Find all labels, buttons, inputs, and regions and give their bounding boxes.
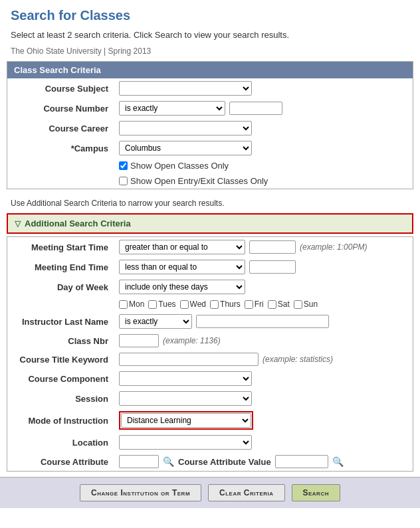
course-attribute-value-search-icon[interactable]: 🔍: [332, 456, 344, 467]
sun-day-item[interactable]: Sun: [294, 300, 318, 309]
fri-checkbox[interactable]: [245, 300, 253, 309]
session-select[interactable]: [119, 391, 252, 406]
tues-checkbox[interactable]: [148, 300, 157, 309]
instructor-last-name-input[interactable]: [196, 315, 329, 328]
course-subject-select[interactable]: [119, 81, 252, 96]
course-career-select[interactable]: [119, 121, 252, 135]
day-of-week-operator[interactable]: include only these days include any of t…: [119, 280, 245, 294]
campus-label: *Campus: [7, 138, 114, 158]
sun-label: Sun: [304, 300, 318, 309]
course-component-label: Course Component: [7, 369, 114, 389]
wed-checkbox[interactable]: [180, 300, 189, 309]
meeting-end-time-label: Meeting End Time: [7, 257, 114, 277]
fri-day-item[interactable]: Fri: [245, 300, 264, 309]
change-institution-button[interactable]: Change Institution or Term: [80, 484, 201, 501]
class-nbr-example: (example: 1136): [163, 336, 221, 345]
mode-of-instruction-label: Mode of Instruction: [7, 408, 114, 432]
meeting-start-time-operator[interactable]: greater than or equal to less than or eq…: [119, 240, 245, 254]
session-label: Session: [7, 389, 114, 408]
instructor-last-name-label: Instructor Last Name: [7, 311, 114, 331]
additional-criteria-header-label: Additional Search Criteria: [25, 219, 131, 228]
page-title: Search for Classes: [0, 0, 420, 26]
fri-label: Fri: [255, 300, 264, 309]
show-open-entry-text: Show Open Entry/Exit Classes Only: [130, 176, 268, 186]
show-open-classes-label[interactable]: Show Open Classes Only: [119, 161, 407, 171]
search-button[interactable]: Search: [292, 484, 340, 501]
wed-label: Wed: [190, 300, 206, 309]
meeting-end-time-input[interactable]: [249, 260, 296, 274]
institution-line: The Ohio State University | Spring 2013: [0, 44, 420, 61]
show-open-entry-label[interactable]: Show Open Entry/Exit Classes Only: [119, 176, 407, 186]
triangle-icon: ▽: [15, 219, 21, 228]
course-attribute-label: Course Attribute: [7, 452, 114, 471]
course-component-select[interactable]: [119, 371, 252, 386]
campus-select[interactable]: Columbus Lima Mansfield Marion Newark Wo…: [119, 141, 252, 155]
additional-criteria-hint: Use Additional Search Criteria to narrow…: [0, 195, 420, 211]
course-attribute-search-icon[interactable]: 🔍: [163, 456, 174, 467]
course-title-keyword-example: (example: statistics): [262, 355, 333, 364]
meeting-start-time-input[interactable]: [249, 240, 296, 254]
sat-day-item[interactable]: Sat: [268, 300, 290, 309]
class-nbr-input[interactable]: [119, 334, 159, 347]
additional-criteria-toggle[interactable]: ▽ Additional Search Criteria: [7, 213, 413, 234]
mon-checkbox[interactable]: [119, 300, 128, 309]
course-number-operator-select[interactable]: is exactly contains begins with: [119, 101, 225, 116]
class-nbr-label: Class Nbr: [7, 331, 114, 350]
sat-label: Sat: [278, 300, 290, 309]
instructor-last-name-operator[interactable]: is exactly contains begins with: [119, 314, 192, 329]
course-subject-label: Course Subject: [7, 78, 114, 98]
day-of-week-label: Day of Week: [7, 277, 114, 297]
thurs-label: Thurs: [220, 300, 241, 309]
day-checkboxes-group: Mon Tues Wed Thurs: [119, 300, 407, 309]
course-attribute-input[interactable]: [119, 455, 159, 468]
mode-of-instruction-select[interactable]: Distance Learning In Person Hybrid: [121, 413, 251, 428]
clear-criteria-button[interactable]: Clear Criteria: [208, 484, 284, 501]
location-select[interactable]: [119, 435, 252, 450]
location-label: Location: [7, 432, 114, 452]
show-open-entry-checkbox[interactable]: [119, 177, 128, 185]
course-career-label: Course Career: [7, 118, 114, 138]
meeting-start-time-label: Meeting Start Time: [7, 237, 114, 257]
thurs-checkbox[interactable]: [210, 300, 219, 309]
additional-search-section: Meeting Start Time greater than or equal…: [7, 236, 413, 472]
mon-day-item[interactable]: Mon: [119, 300, 144, 309]
tues-day-item[interactable]: Tues: [148, 300, 175, 309]
wed-day-item[interactable]: Wed: [180, 300, 206, 309]
page-subtitle: Select at least 2 search criteria. Click…: [0, 26, 420, 44]
course-title-keyword-label: Course Title Keyword: [7, 350, 114, 369]
show-open-classes-text: Show Open Classes Only: [130, 161, 229, 171]
course-attribute-value-input[interactable]: [275, 455, 328, 468]
thurs-day-item[interactable]: Thurs: [210, 300, 241, 309]
meeting-end-time-operator[interactable]: less than or equal to greater than or eq…: [119, 260, 245, 274]
show-open-classes-checkbox[interactable]: [119, 161, 128, 170]
mode-of-instruction-highlight: Distance Learning In Person Hybrid: [119, 411, 253, 430]
sat-checkbox[interactable]: [268, 300, 276, 309]
footer-bar: Change Institution or Term Clear Criteri…: [0, 477, 420, 508]
course-number-label: Course Number: [7, 98, 114, 118]
course-number-input[interactable]: [229, 102, 282, 115]
mon-label: Mon: [129, 300, 144, 309]
course-title-keyword-input[interactable]: [119, 353, 259, 366]
class-search-criteria-section: Class Search Criteria Course Subject Cou…: [7, 61, 413, 189]
course-attribute-value-label: Course Attribute Value: [178, 457, 271, 467]
class-search-criteria-header: Class Search Criteria: [7, 62, 413, 78]
sun-checkbox[interactable]: [294, 300, 302, 309]
meeting-start-time-example: (example: 1:00PM): [300, 242, 367, 252]
tues-label: Tues: [158, 300, 175, 309]
